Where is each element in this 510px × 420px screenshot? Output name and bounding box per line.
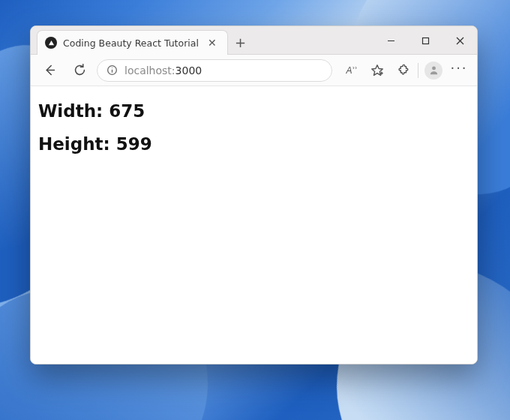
svg-rect-2 bbox=[422, 38, 428, 44]
read-aloud-button[interactable]: A›› bbox=[340, 59, 364, 82]
more-button[interactable]: ··· bbox=[447, 59, 471, 82]
tab-title: Coding Beauty React Tutorial bbox=[63, 38, 199, 49]
back-button[interactable] bbox=[37, 58, 62, 82]
extensions-button[interactable] bbox=[391, 59, 415, 82]
new-tab-button[interactable]: + bbox=[228, 30, 254, 54]
width-value: 675 bbox=[109, 101, 145, 121]
minimize-button[interactable] bbox=[374, 26, 408, 55]
maximize-button[interactable] bbox=[408, 26, 442, 55]
height-label: Height: bbox=[38, 134, 116, 154]
width-readout: Width: 675 bbox=[38, 101, 470, 121]
svg-marker-0 bbox=[48, 40, 53, 44]
browser-tab-active[interactable]: Coding Beauty React Tutorial ✕ bbox=[37, 30, 228, 55]
favorites-button[interactable] bbox=[365, 59, 389, 82]
toolbar: localhost:3000 A›› ··· bbox=[31, 55, 477, 86]
svg-point-8 bbox=[112, 68, 112, 68]
height-readout: Height: 599 bbox=[38, 134, 470, 154]
svg-point-12 bbox=[432, 66, 436, 70]
refresh-button[interactable] bbox=[67, 58, 92, 82]
profile-button[interactable] bbox=[422, 59, 446, 82]
page-content: Width: 675 Height: 599 bbox=[31, 86, 477, 364]
star-icon bbox=[370, 64, 384, 77]
react-favicon-icon bbox=[45, 37, 57, 49]
toolbar-divider bbox=[418, 63, 418, 78]
avatar-icon bbox=[424, 62, 442, 80]
titlebar: Coding Beauty React Tutorial ✕ + bbox=[31, 26, 477, 55]
more-dots-icon: ··· bbox=[450, 60, 467, 80]
puzzle-icon bbox=[396, 64, 410, 77]
read-aloud-icon: A›› bbox=[346, 64, 358, 76]
window-close-button[interactable] bbox=[442, 26, 477, 55]
url-host: localhost: bbox=[124, 64, 176, 76]
url-port: 3000 bbox=[176, 64, 202, 76]
height-value: 599 bbox=[116, 134, 152, 154]
window-controls bbox=[374, 26, 477, 54]
site-info-icon[interactable] bbox=[105, 64, 118, 77]
width-label: Width: bbox=[38, 101, 109, 121]
url-text: localhost:3000 bbox=[124, 64, 202, 76]
tab-close-button[interactable]: ✕ bbox=[205, 37, 220, 49]
address-bar[interactable]: localhost:3000 bbox=[97, 59, 332, 82]
browser-window: Coding Beauty React Tutorial ✕ + bbox=[30, 26, 478, 364]
